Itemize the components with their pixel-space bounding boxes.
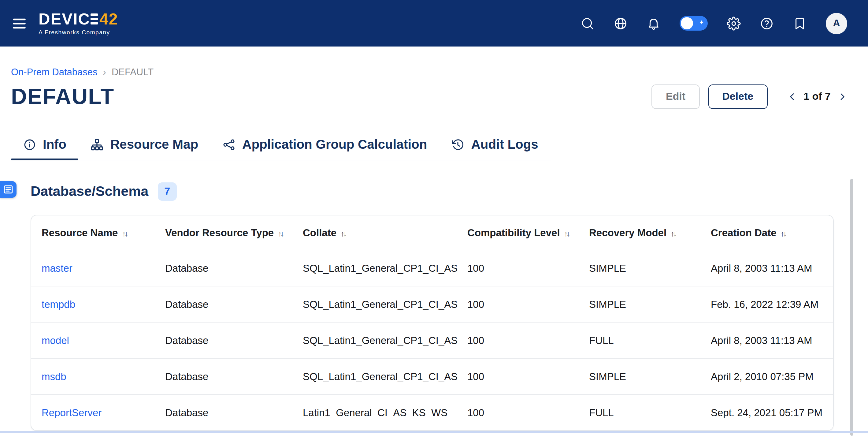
- cell-creation-date: April 8, 2003 11:13 AM: [710, 250, 833, 286]
- avatar[interactable]: A: [826, 12, 847, 34]
- history-icon: [452, 138, 464, 151]
- tab-application-group-calculation[interactable]: Application Group Calculation: [210, 129, 439, 160]
- table-header-row: Resource Name↑↓ Vendor Resource Type↑↓ C…: [31, 215, 833, 250]
- column-header-resource-name[interactable]: Resource Name↑↓: [31, 215, 164, 250]
- cell-compatibility-level: 100: [467, 358, 588, 395]
- list-panel-icon: [4, 185, 13, 194]
- cell-collate: Latin1_General_CI_AS_KS_WS: [302, 395, 467, 430]
- theme-toggle[interactable]: ✦: [680, 16, 708, 31]
- cell-compatibility-level: 100: [467, 250, 588, 286]
- cell-compatibility-level: 100: [467, 286, 588, 322]
- column-header-vendor-resource-type[interactable]: Vendor Resource Type↑↓: [164, 215, 302, 250]
- column-header-creation-date[interactable]: Creation Date↑↓: [710, 215, 833, 250]
- cell-compatibility-level: 100: [467, 322, 588, 358]
- table-row: msdb Database SQL_Latin1_General_CP1_CI_…: [31, 358, 833, 395]
- cell-vendor-resource-type: Database: [164, 286, 302, 322]
- logo-subtitle: A Freshworks Company: [38, 29, 118, 35]
- top-bar: DEVIC 42 A Freshworks Company ✦: [0, 0, 868, 47]
- logo-e-icon: [91, 13, 98, 24]
- tab-bar: Info Resource Map Application Group Calc…: [11, 129, 551, 161]
- vertical-scrollbar[interactable]: [850, 179, 853, 436]
- main-content: On-Prem Databases › DEFAULT DEFAULT Edit…: [0, 47, 868, 431]
- record-pagination: 1 of 7: [787, 91, 847, 103]
- column-label: Compatibility Level: [467, 227, 560, 238]
- tab-resource-map[interactable]: Resource Map: [79, 129, 210, 160]
- breadcrumb-parent-link[interactable]: On-Prem Databases: [11, 67, 98, 78]
- column-label: Vendor Resource Type: [165, 227, 274, 238]
- table-row: model Database SQL_Latin1_General_CP1_CI…: [31, 322, 833, 358]
- cell-creation-date: April 2, 2010 07:35 PM: [710, 358, 833, 395]
- tab-label: Resource Map: [111, 137, 198, 152]
- hamburger-menu-icon[interactable]: [11, 15, 28, 31]
- toggle-knob: [681, 17, 693, 29]
- column-header-compatibility-level[interactable]: Compatibility Level↑↓: [467, 215, 588, 250]
- pagination-label: 1 of 7: [803, 91, 831, 103]
- logo-prefix: DEVIC: [38, 11, 90, 27]
- cell-creation-date: Feb. 16, 2022 12:39 AM: [710, 286, 833, 322]
- tab-info[interactable]: Info: [11, 129, 79, 160]
- tab-label: Application Group Calculation: [242, 137, 427, 152]
- table-row: master Database SQL_Latin1_General_CP1_C…: [31, 250, 833, 286]
- sparkle-icon: ✦: [699, 18, 704, 28]
- sort-icon[interactable]: ↑↓: [122, 229, 127, 238]
- side-panel-toggle[interactable]: [0, 181, 17, 198]
- sitemap-icon: [91, 138, 104, 151]
- bottom-divider: [0, 431, 868, 433]
- database-schema-table: Resource Name↑↓ Vendor Resource Type↑↓ C…: [31, 215, 833, 430]
- cell-recovery-model: SIMPLE: [588, 250, 710, 286]
- cell-collate: SQL_Latin1_General_CP1_CI_AS: [302, 322, 467, 358]
- column-label: Creation Date: [711, 227, 777, 238]
- cell-recovery-model: SIMPLE: [588, 286, 710, 322]
- column-label: Collate: [303, 227, 336, 238]
- search-icon[interactable]: [581, 16, 595, 30]
- cell-collate: SQL_Latin1_General_CP1_CI_AS: [302, 250, 467, 286]
- resource-name-link[interactable]: msdb: [41, 371, 66, 382]
- gear-icon[interactable]: [727, 16, 741, 30]
- column-label: Recovery Model: [589, 227, 666, 238]
- tab-audit-logs[interactable]: Audit Logs: [439, 129, 550, 160]
- database-schema-table-card: Resource Name↑↓ Vendor Resource Type↑↓ C…: [31, 215, 834, 431]
- edit-button[interactable]: Edit: [652, 84, 700, 109]
- cell-vendor-resource-type: Database: [164, 250, 302, 286]
- breadcrumb-current: DEFAULT: [112, 67, 154, 78]
- sort-icon[interactable]: ↑↓: [278, 229, 283, 238]
- breadcrumb: On-Prem Databases › DEFAULT: [11, 67, 847, 78]
- sort-icon[interactable]: ↑↓: [564, 229, 569, 238]
- bookmark-icon[interactable]: [793, 16, 807, 30]
- cell-creation-date: April 8, 2003 11:13 AM: [710, 322, 833, 358]
- table-row: ReportServer Database Latin1_General_CI_…: [31, 395, 833, 430]
- device42-logo[interactable]: DEVIC 42 A Freshworks Company: [38, 11, 118, 35]
- cell-creation-date: Sept. 24, 2021 05:17 PM: [710, 395, 833, 430]
- previous-record-icon[interactable]: [787, 92, 797, 101]
- delete-button[interactable]: Delete: [708, 84, 767, 109]
- resource-name-link[interactable]: ReportServer: [41, 407, 101, 418]
- help-icon[interactable]: [760, 16, 774, 30]
- next-record-icon[interactable]: [837, 92, 847, 101]
- sort-icon[interactable]: ↑↓: [341, 229, 346, 238]
- globe-icon[interactable]: [614, 16, 628, 30]
- sort-icon[interactable]: ↑↓: [671, 229, 676, 238]
- cell-recovery-model: FULL: [588, 322, 710, 358]
- resource-name-link[interactable]: master: [41, 262, 72, 273]
- breadcrumb-separator: ›: [103, 67, 106, 78]
- resource-name-link[interactable]: model: [41, 334, 69, 346]
- page-title: DEFAULT: [11, 84, 114, 110]
- logo-suffix: 42: [99, 11, 118, 27]
- column-label: Resource Name: [41, 227, 118, 238]
- cell-recovery-model: SIMPLE: [588, 358, 710, 395]
- tab-label: Audit Logs: [471, 137, 538, 152]
- cell-recovery-model: FULL: [588, 395, 710, 430]
- cell-vendor-resource-type: Database: [164, 358, 302, 395]
- app-root: DEVIC 42 A Freshworks Company ✦: [0, 0, 868, 437]
- column-header-recovery-model[interactable]: Recovery Model↑↓: [588, 215, 710, 250]
- count-badge: 7: [157, 182, 177, 201]
- cell-collate: SQL_Latin1_General_CP1_CI_AS: [302, 358, 467, 395]
- column-header-collate[interactable]: Collate↑↓: [302, 215, 467, 250]
- cell-vendor-resource-type: Database: [164, 395, 302, 430]
- hub-icon: [223, 138, 236, 151]
- section-title: Database/Schema: [31, 184, 148, 200]
- tab-label: Info: [43, 137, 66, 152]
- resource-name-link[interactable]: tempdb: [41, 298, 75, 310]
- sort-icon[interactable]: ↑↓: [781, 229, 786, 238]
- bell-icon[interactable]: [647, 16, 661, 30]
